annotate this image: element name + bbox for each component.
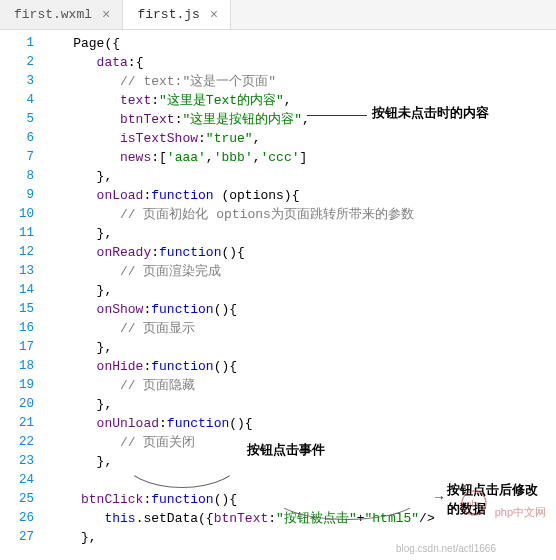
tab-first-wxml[interactable]: first.wxml × — [0, 0, 123, 29]
code-token: }, — [42, 340, 112, 355]
tab-label: first.js — [137, 7, 199, 22]
code-token: btnText — [214, 511, 269, 526]
line-number: 8 — [0, 167, 34, 186]
code-token — [42, 435, 120, 450]
code-token: , — [253, 150, 261, 165]
code-token: .setData({ — [136, 511, 214, 526]
code-token — [42, 302, 97, 317]
code-line[interactable]: }, — [42, 395, 556, 414]
code-token: (){ — [214, 492, 237, 507]
code-token: (){ — [229, 416, 252, 431]
code-token: btnText — [120, 112, 175, 127]
code-token: (){ — [221, 245, 244, 260]
code-token: function — [159, 245, 221, 260]
code-token — [42, 55, 97, 70]
code-token — [42, 131, 120, 146]
line-number: 18 — [0, 357, 34, 376]
code-token: 'aaa' — [167, 150, 206, 165]
code-token: }, — [42, 226, 112, 241]
line-number: 23 — [0, 452, 34, 471]
code-token: : — [151, 93, 159, 108]
svg-text:php: php — [466, 499, 481, 509]
code-token: // text:"这是一个页面" — [120, 74, 276, 89]
code-line[interactable]: onHide:function(){ — [42, 357, 556, 376]
line-number: 11 — [0, 224, 34, 243]
code-token: }, — [42, 454, 112, 469]
annotation-curve — [272, 470, 422, 520]
arrow-icon: → — [432, 489, 446, 505]
code-token: (){ — [214, 359, 237, 374]
code-token — [42, 359, 97, 374]
code-token: 'bbb' — [214, 150, 253, 165]
line-number: 2 — [0, 53, 34, 72]
code-line[interactable]: // 页面初始化 options为页面跳转所带来的参数 — [42, 205, 556, 224]
code-token: 'ccc' — [261, 150, 300, 165]
line-number: 12 — [0, 243, 34, 262]
code-line[interactable]: isTextShow:"true", — [42, 129, 556, 148]
code-line[interactable]: // text:"这是一个页面" — [42, 72, 556, 91]
code-line[interactable]: onReady:function(){ — [42, 243, 556, 262]
tab-label: first.wxml — [14, 7, 92, 22]
watermark-blog-url: blog.csdn.net/actl1666 — [396, 543, 496, 554]
code-line[interactable]: }, — [42, 224, 556, 243]
code-token: text — [120, 93, 151, 108]
code-token: // 页面渲染完成 — [120, 264, 221, 279]
code-area[interactable]: Page({ data:{ // text:"这是一个页面" text:"这里是… — [42, 30, 556, 560]
code-token: this — [104, 511, 135, 526]
code-line[interactable]: news:['aaa','bbb','ccc'] — [42, 148, 556, 167]
code-token: news — [120, 150, 151, 165]
code-token: function — [151, 302, 213, 317]
line-number: 1 — [0, 34, 34, 53]
line-number: 7 — [0, 148, 34, 167]
code-token — [42, 207, 120, 222]
code-line[interactable]: }, — [42, 338, 556, 357]
line-number: 5 — [0, 110, 34, 129]
code-line[interactable]: Page({ — [42, 34, 556, 53]
code-token: function — [151, 359, 213, 374]
tab-first-js[interactable]: first.js × — [123, 0, 231, 29]
code-token — [42, 416, 97, 431]
code-token: // 页面初始化 options为页面跳转所带来的参数 — [120, 207, 414, 222]
code-token — [42, 264, 120, 279]
code-token: // 页面显示 — [120, 321, 195, 336]
code-token: }, — [42, 283, 112, 298]
code-token — [42, 321, 120, 336]
code-token: onHide — [97, 359, 144, 374]
code-token: , — [206, 150, 214, 165]
code-line[interactable]: }, — [42, 281, 556, 300]
line-number: 6 — [0, 129, 34, 148]
php-logo-icon: php — [461, 490, 487, 516]
code-token: btnClick — [81, 492, 143, 507]
line-number: 3 — [0, 72, 34, 91]
code-token: onLoad — [97, 188, 144, 203]
code-token: }, — [42, 530, 97, 545]
code-token: onReady — [97, 245, 152, 260]
code-token: "这里是Text的内容" — [159, 93, 284, 108]
code-token: "true" — [206, 131, 253, 146]
line-number: 9 — [0, 186, 34, 205]
code-editor[interactable]: 1234567891011121314151617181920212223242… — [0, 30, 556, 560]
code-token: :{ — [128, 55, 144, 70]
close-icon[interactable]: × — [100, 7, 112, 23]
code-line[interactable]: onLoad:function (options){ — [42, 186, 556, 205]
annotation-button-click-event: 按钮点击事件 — [247, 441, 325, 459]
code-line[interactable]: // 页面显示 — [42, 319, 556, 338]
code-token: function — [151, 492, 213, 507]
code-token: (){ — [214, 302, 237, 317]
code-token: function — [151, 188, 221, 203]
close-icon[interactable]: × — [208, 7, 220, 23]
line-number: 13 — [0, 262, 34, 281]
code-line[interactable]: data:{ — [42, 53, 556, 72]
code-token: }, — [42, 397, 112, 412]
code-line[interactable]: // 页面渲染完成 — [42, 262, 556, 281]
annotation-leader-line — [307, 115, 367, 116]
line-number-gutter: 1234567891011121314151617181920212223242… — [0, 30, 42, 560]
code-line[interactable]: }, — [42, 167, 556, 186]
line-number: 26 — [0, 509, 34, 528]
code-line[interactable]: onUnload:function(){ — [42, 414, 556, 433]
code-line[interactable]: // 页面隐藏 — [42, 376, 556, 395]
code-line[interactable]: onShow:function(){ — [42, 300, 556, 319]
code-token — [42, 74, 120, 89]
code-token — [42, 150, 120, 165]
code-token: : — [198, 131, 206, 146]
